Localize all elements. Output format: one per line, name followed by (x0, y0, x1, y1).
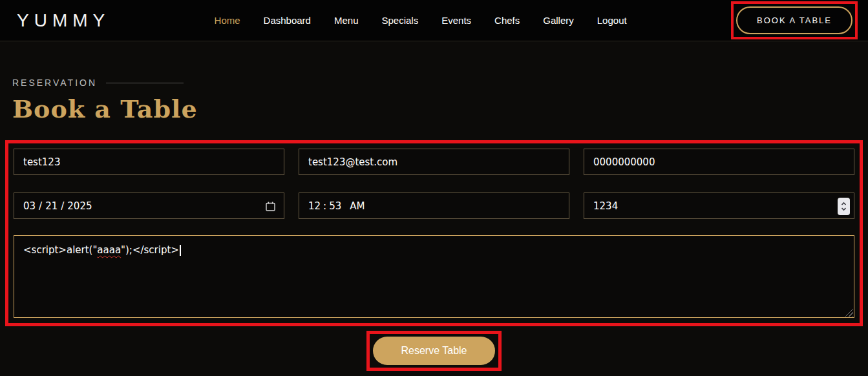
nav-item-home[interactable]: Home (215, 15, 240, 26)
date-day[interactable]: 21 (45, 200, 58, 212)
date-separator: / (61, 200, 64, 212)
time-meridiem[interactable]: AM (350, 200, 365, 212)
section-eyebrow: RESERVATION (12, 78, 97, 88)
text-caret (180, 245, 181, 256)
people-value[interactable]: 1234 (593, 200, 618, 212)
nav-item-events[interactable]: Events (441, 15, 471, 26)
time-hour[interactable]: 12 (308, 200, 321, 212)
brand-logo[interactable]: YUMMY (17, 10, 110, 31)
date-month[interactable]: 03 (23, 200, 36, 212)
nav-item-specials[interactable]: Specials (382, 15, 419, 26)
email-input[interactable] (299, 149, 569, 175)
form-row-1 (14, 149, 854, 175)
message-text-after: ");</script> (121, 244, 179, 256)
date-input[interactable]: 03 / 21 / 2025 (14, 193, 284, 219)
date-year[interactable]: 2025 (67, 200, 92, 212)
main-nav: Home Dashboard Menu Specials Events Chef… (215, 15, 627, 26)
form-row-2: 03 / 21 / 2025 12 : 53 AM (14, 193, 854, 219)
people-number-input[interactable]: 1234 (584, 193, 854, 219)
name-input[interactable] (14, 149, 284, 175)
nav-item-gallery[interactable]: Gallery (543, 15, 574, 26)
page-title: Book a Table (12, 94, 863, 123)
nav-item-dashboard[interactable]: Dashboard (264, 15, 311, 26)
annotation-box-submit: Reserve Table (366, 331, 502, 371)
submit-row: Reserve Table (5, 331, 863, 371)
message-textarea[interactable]: <script>alert("aaaa");</script> (14, 235, 854, 318)
annotation-box-form: 03 / 21 / 2025 12 : 53 AM (5, 140, 863, 326)
annotation-box-cta: BOOK A TABLE (731, 1, 858, 39)
phone-input[interactable] (584, 149, 854, 175)
time-input[interactable]: 12 : 53 AM (299, 193, 569, 219)
reservation-section: RESERVATION Book a Table 03 / 21 / 2025 (0, 78, 868, 371)
nav-item-chefs[interactable]: Chefs (494, 15, 520, 26)
number-stepper[interactable] (838, 198, 850, 215)
top-navbar: YUMMY Home Dashboard Menu Specials Event… (0, 0, 868, 41)
calendar-icon[interactable] (265, 201, 276, 214)
eyebrow-divider-line (106, 83, 184, 83)
nav-item-menu[interactable]: Menu (334, 15, 359, 26)
textarea-resize-handle[interactable] (845, 308, 853, 317)
message-misspelled-word: aaaa (97, 244, 121, 256)
nav-item-logout[interactable]: Logout (597, 15, 627, 26)
section-heading: RESERVATION Book a Table (12, 78, 863, 123)
book-a-table-button[interactable]: BOOK A TABLE (736, 6, 852, 34)
date-separator: / (39, 200, 42, 212)
message-text-before: <script>alert(" (23, 244, 97, 256)
reserve-table-button[interactable]: Reserve Table (373, 337, 496, 365)
time-minute[interactable]: 53 (329, 200, 341, 212)
time-colon: : (323, 200, 326, 212)
